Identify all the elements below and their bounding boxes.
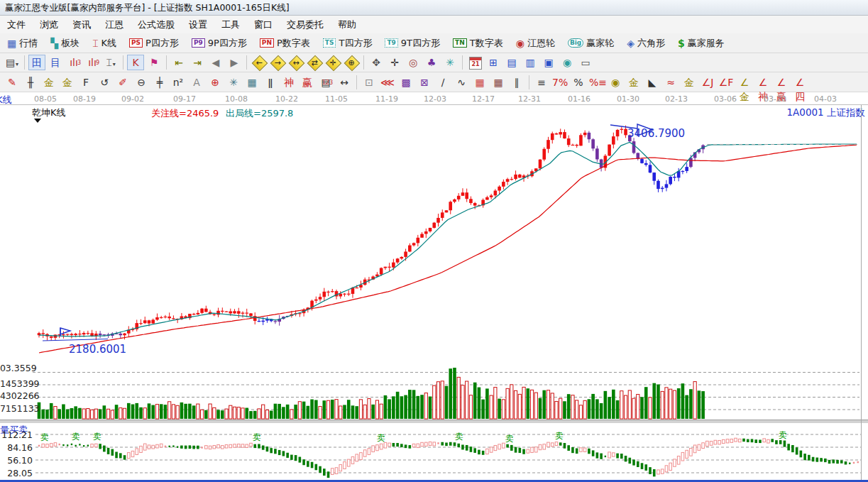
angle-ying-icon[interactable]: ∠赢 (773, 75, 790, 90)
brush-icon[interactable]: ✎ (4, 75, 21, 90)
calculator-icon[interactable]: ⊞ (485, 55, 502, 70)
red-crosshair-icon[interactable]: ⊕ (207, 75, 224, 90)
zoom-out-icon[interactable]: ⊕ (343, 55, 360, 70)
menu-item-4[interactable]: 公式选股 (131, 16, 182, 33)
grid-dense-icon[interactable]: ▦ (471, 75, 488, 90)
kline-chart-icon[interactable]: K (127, 55, 144, 70)
compress-x-icon[interactable]: ⇄ (306, 55, 323, 70)
shen-tool-icon[interactable]: 神 (280, 75, 297, 90)
circle-grid-icon[interactable]: ⊖ (133, 75, 150, 90)
angle-a-icon[interactable]: A (188, 75, 205, 90)
kline-period-3-icon[interactable]: ılı3 (65, 55, 82, 70)
first-page-icon[interactable]: ⇤ (170, 55, 187, 70)
menu-item-3[interactable]: 江恩 (98, 16, 131, 33)
box-select-icon[interactable]: ⊡ (361, 75, 378, 90)
purple-grid-icon[interactable]: ▩ (397, 75, 414, 90)
grid-dense2-icon[interactable]: ▦ (490, 75, 507, 90)
trend-pen-icon[interactable]: ∕ (434, 75, 451, 90)
percent7-icon[interactable]: 7% (551, 75, 568, 90)
menu-item-9[interactable]: 帮助 (331, 16, 363, 33)
kline-style-icon[interactable]: ⌶▾ (102, 55, 119, 70)
shift-left-icon[interactable]: ← (251, 55, 268, 70)
star-net-icon[interactable]: ✳ (225, 75, 242, 90)
n-square-icon[interactable]: n² (170, 75, 187, 90)
gann-toolbar-hexagon-button[interactable]: ◈六角形 (622, 35, 669, 51)
pane-splitter[interactable] (0, 420, 868, 424)
pane-tab-kline[interactable]: K线 (0, 94, 12, 106)
gann-toolbar-t9-square-button[interactable]: T99T四方形 (380, 35, 444, 51)
menu-item-2[interactable]: 资讯 (65, 16, 98, 33)
report-icon[interactable]: ▤ (503, 55, 520, 70)
gann-toolbar-p-number-button[interactable]: PNP数字表 (256, 35, 314, 51)
menu-item-6[interactable]: 工具 (214, 16, 247, 33)
fan-lines-icon[interactable]: ⋘ (379, 75, 396, 90)
angle-shen-icon[interactable]: ∠神 (754, 75, 771, 90)
calendar-icon[interactable]: 21 (466, 55, 483, 70)
indicator-flag-icon[interactable]: ⚑ (145, 55, 163, 70)
zoom-in-icon[interactable]: ✛ (324, 55, 341, 70)
print-icon[interactable]: ▭ (577, 55, 594, 70)
gann-line-grid-icon[interactable]: ╫ (22, 75, 39, 90)
f-grid-icon[interactable]: F (77, 75, 94, 90)
box-net-icon[interactable]: ▦ (243, 75, 260, 90)
crosshair-tool-icon[interactable]: ✛ (386, 55, 403, 70)
gann-toolbar-winner-wheel-button[interactable]: Big赢家轮 (564, 35, 618, 51)
percent-icon[interactable]: % (570, 75, 587, 90)
hand-tool-icon[interactable]: ✥ (368, 55, 385, 70)
title-bar[interactable]: 赢家江恩专业版[赢家内部服务平台] - [上证指数 SH1A0001-165日K… (0, 0, 868, 16)
menu-item-7[interactable]: 窗口 (247, 16, 280, 33)
angle-gold-icon[interactable]: ∠金 (736, 75, 753, 90)
gann-toolbar-quotes-button[interactable]: ▦行情 (3, 35, 42, 51)
gold-lines-icon[interactable]: 金 (625, 75, 642, 90)
gold-grid2-icon[interactable]: 金 (59, 75, 76, 90)
gann-toolbar-gann-wheel-button[interactable]: ◉江恩轮 (512, 35, 559, 51)
ruler-lines-icon[interactable]: ╪ (151, 75, 168, 90)
notes-icon[interactable]: ▥ (522, 55, 539, 70)
stats-bars-icon[interactable]: ≡ (533, 75, 550, 90)
zoom-area-icon[interactable]: ◎ (405, 55, 422, 70)
menu-item-0[interactable]: 文件 (0, 16, 33, 33)
spiral-icon[interactable]: ↺ (96, 75, 113, 90)
next-page-icon[interactable]: ▶ (226, 55, 243, 70)
last-page-icon[interactable]: ⇥ (189, 55, 206, 70)
menu-item-1[interactable]: 浏览 (33, 16, 65, 33)
knife-icon[interactable]: ◣ (644, 75, 661, 90)
chart-window-icon[interactable]: 田 (28, 55, 45, 70)
wave-lines-icon[interactable]: ≈ (662, 75, 679, 90)
i-bars-icon[interactable]: ǁ (262, 75, 279, 90)
angle-f-icon[interactable]: ∠F (718, 75, 735, 90)
angle-j-icon[interactable]: ∠J (699, 75, 716, 90)
gann-toolbar-p9-square-button[interactable]: P99P四方形 (187, 35, 251, 51)
span-arrow-icon[interactable]: ↔ (336, 75, 353, 90)
gann-toolbar-p-square-button[interactable]: PSP四方形 (125, 35, 183, 51)
indicator-selector[interactable]: 乾坤K线 (32, 106, 66, 119)
gann-toolbar-sectors-button[interactable]: ▚板块 (46, 35, 84, 51)
angle-si-icon[interactable]: ∠四 (791, 75, 808, 90)
ying-tool-icon[interactable]: 赢 (299, 75, 316, 90)
expand-x-icon[interactable]: ↔ (287, 55, 304, 70)
gann-toolbar-winner-service-button[interactable]: $赢家服务 (674, 35, 729, 51)
menu-item-8[interactable]: 交易委托 (280, 16, 331, 33)
gold-circle-icon[interactable]: ◉ (607, 75, 624, 90)
web-link-icon[interactable]: ◉ (559, 55, 576, 70)
menu-item-5[interactable]: 设置 (182, 16, 214, 33)
gold-grid-icon[interactable]: 金 (40, 75, 57, 90)
gann-toolbar-t-number-button[interactable]: TNT数字表 (449, 35, 507, 51)
indicator-dropdown-icon[interactable] (34, 119, 41, 123)
quote-page-icon[interactable]: 目 (47, 55, 64, 70)
shift-right-icon[interactable]: → (269, 55, 286, 70)
gold-lines2-icon[interactable]: 金 (681, 75, 698, 90)
gann-toolbar-t-square-button[interactable]: TST四方形 (319, 35, 377, 51)
save-icon[interactable]: ▣ (540, 55, 557, 70)
box-diagonal-icon[interactable]: ⊠ (416, 75, 433, 90)
prev-page-icon[interactable]: ◀ (207, 55, 224, 70)
gann-tree-icon[interactable]: ♣ (423, 55, 440, 70)
kline-period-9-icon[interactable]: ılı9 (84, 55, 101, 70)
percent-lines-icon[interactable]: %≡ (588, 75, 605, 90)
wave-v-icon[interactable]: ∿ (453, 75, 470, 90)
brush2-icon[interactable]: ✐ (114, 75, 131, 90)
layout-select-icon[interactable]: ▤▾ (4, 55, 21, 70)
gann-toolbar-kline-button[interactable]: ⌶K线 (88, 35, 121, 51)
neural-net-icon[interactable]: ✳ (441, 55, 458, 70)
kline-chart-canvas[interactable]: 08-0508-1909-0209-1710-0810-2211-0511-19… (0, 92, 868, 482)
